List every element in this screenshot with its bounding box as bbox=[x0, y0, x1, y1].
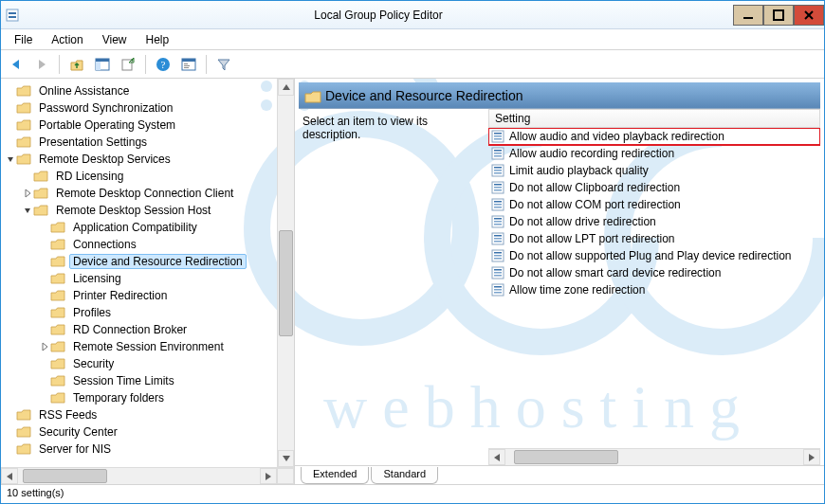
setting-row[interactable]: Do not allow Clipboard redirection bbox=[488, 179, 820, 196]
folder-icon bbox=[16, 101, 31, 115]
status-text: 10 setting(s) bbox=[7, 487, 64, 498]
setting-row[interactable]: Do not allow LPT port redirection bbox=[488, 230, 820, 247]
setting-row[interactable]: Do not allow drive redirection bbox=[488, 213, 820, 230]
settings-column-header[interactable]: Setting bbox=[488, 109, 820, 128]
tree-node-label: Remote Session Environment bbox=[69, 339, 228, 354]
svg-rect-40 bbox=[494, 187, 502, 189]
tree-node[interactable]: Remote Desktop Services bbox=[5, 151, 276, 168]
tree[interactable]: Online AssistancePassword Synchronizatio… bbox=[1, 79, 278, 461]
menu-file[interactable]: File bbox=[5, 31, 42, 48]
scroll-track[interactable] bbox=[278, 96, 294, 450]
tree-node[interactable]: Temporary folders bbox=[39, 389, 276, 406]
scroll-thumb[interactable] bbox=[23, 469, 107, 483]
minimize-button[interactable] bbox=[733, 5, 763, 26]
back-button[interactable] bbox=[5, 53, 28, 76]
tree-node-label: RSS Feeds bbox=[35, 407, 101, 423]
tree-node[interactable]: Portable Operating System bbox=[5, 117, 276, 134]
app-icon bbox=[1, 8, 24, 23]
properties-button[interactable] bbox=[177, 53, 200, 76]
tree-node[interactable]: Security bbox=[39, 355, 276, 372]
setting-row[interactable]: Do not allow supported Plug and Play dev… bbox=[488, 247, 820, 264]
tree-node[interactable]: Password Synchronization bbox=[5, 99, 276, 117]
tree-node[interactable]: RSS Feeds bbox=[5, 406, 276, 423]
body: Online AssistancePassword Synchronizatio… bbox=[1, 79, 824, 484]
show-pane-button[interactable] bbox=[91, 53, 114, 76]
tree-node[interactable]: Security Center bbox=[5, 423, 276, 441]
setting-label: Allow audio and video playback redirecti… bbox=[509, 130, 724, 143]
tab-extended[interactable]: Extended bbox=[301, 467, 369, 484]
tree-node[interactable]: Profiles bbox=[39, 304, 276, 321]
setting-row[interactable]: Do not allow COM port redirection bbox=[488, 196, 820, 213]
svg-rect-23 bbox=[184, 63, 188, 64]
caret-down-icon[interactable] bbox=[22, 205, 33, 216]
tree-node-label: Connections bbox=[69, 237, 140, 252]
policy-icon bbox=[490, 231, 505, 246]
menu-view[interactable]: View bbox=[93, 31, 137, 48]
svg-rect-36 bbox=[494, 170, 502, 171]
tree-node-label: Server for NIS bbox=[35, 441, 115, 457]
svg-rect-39 bbox=[494, 184, 502, 186]
scroll-thumb[interactable] bbox=[279, 230, 293, 336]
scroll-track[interactable] bbox=[18, 468, 260, 484]
setting-row[interactable]: Allow audio and video playback redirecti… bbox=[488, 128, 820, 145]
tree-node[interactable]: Connections bbox=[39, 236, 276, 253]
help-button[interactable]: ? bbox=[152, 53, 174, 76]
tree-node[interactable]: RD Licensing bbox=[22, 168, 276, 185]
folder-icon bbox=[33, 204, 48, 217]
tree-node[interactable]: Online Assistance bbox=[5, 82, 276, 99]
tree-vertical-scrollbar[interactable] bbox=[277, 79, 294, 467]
forward-button[interactable] bbox=[30, 53, 53, 76]
up-folder-button[interactable] bbox=[65, 53, 88, 76]
tree-node[interactable]: Application Compatibility bbox=[39, 219, 276, 236]
menu-help[interactable]: Help bbox=[137, 31, 179, 48]
tree-horizontal-scrollbar[interactable] bbox=[1, 467, 294, 484]
close-button[interactable] bbox=[794, 5, 824, 26]
caret-down-icon[interactable] bbox=[5, 153, 16, 165]
scroll-left-button[interactable] bbox=[488, 449, 505, 465]
tree-node[interactable]: Session Time Limits bbox=[39, 372, 276, 389]
scroll-track[interactable] bbox=[505, 449, 803, 465]
title-bar: Local Group Policy Editor bbox=[1, 1, 824, 29]
policy-icon bbox=[490, 197, 505, 212]
menu-action[interactable]: Action bbox=[42, 31, 92, 48]
svg-rect-41 bbox=[494, 189, 502, 191]
export-button[interactable] bbox=[117, 53, 139, 76]
svg-rect-57 bbox=[494, 258, 502, 260]
setting-row[interactable]: Do not allow smart card device redirecti… bbox=[488, 264, 820, 281]
tree-node[interactable]: RD Connection Broker bbox=[39, 321, 276, 338]
scroll-left-button[interactable] bbox=[1, 468, 18, 484]
scroll-thumb[interactable] bbox=[514, 450, 618, 464]
scroll-right-button[interactable] bbox=[260, 468, 277, 484]
tree-node[interactable]: Presentation Settings bbox=[5, 134, 276, 151]
tree-node[interactable]: Remote Desktop Connection Client bbox=[22, 185, 276, 202]
svg-rect-64 bbox=[494, 289, 502, 291]
setting-row[interactable]: Limit audio playback quality bbox=[488, 162, 820, 179]
setting-label: Allow audio recording redirection bbox=[509, 147, 674, 160]
tree-node[interactable]: Printer Redirection bbox=[39, 287, 276, 304]
tree-node-label: Remote Desktop Session Host bbox=[52, 203, 214, 218]
policy-icon bbox=[490, 163, 505, 178]
tree-node-label: RD Connection Broker bbox=[69, 322, 191, 337]
tree-node[interactable]: Remote Desktop Session Host bbox=[22, 202, 276, 219]
scroll-down-button[interactable] bbox=[278, 450, 294, 467]
tab-standard[interactable]: Standard bbox=[371, 467, 438, 484]
tree-node[interactable]: Remote Session Environment bbox=[39, 338, 276, 355]
tree-node-label: Portable Operating System bbox=[35, 117, 179, 133]
tree-node[interactable]: Device and Resource Redirection bbox=[39, 253, 276, 270]
scroll-up-button[interactable] bbox=[278, 79, 294, 96]
tree-node[interactable]: Server for NIS bbox=[5, 441, 276, 458]
folder-icon bbox=[16, 153, 31, 166]
setting-row[interactable]: Allow audio recording redirection bbox=[488, 145, 820, 162]
filter-button[interactable] bbox=[212, 53, 235, 76]
settings-column: Setting Allow audio and video playback r… bbox=[488, 109, 820, 465]
svg-rect-10 bbox=[9, 16, 16, 18]
maximize-button[interactable] bbox=[763, 5, 794, 26]
caret-right-icon[interactable] bbox=[22, 188, 33, 199]
settings-horizontal-scrollbar[interactable] bbox=[488, 448, 820, 465]
svg-rect-31 bbox=[494, 150, 502, 152]
settings-list[interactable]: Allow audio and video playback redirecti… bbox=[488, 128, 820, 448]
tree-node[interactable]: Licensing bbox=[39, 270, 276, 287]
caret-right-icon[interactable] bbox=[39, 341, 50, 352]
setting-row[interactable]: Allow time zone redirection bbox=[488, 281, 820, 298]
scroll-right-button[interactable] bbox=[803, 449, 820, 465]
